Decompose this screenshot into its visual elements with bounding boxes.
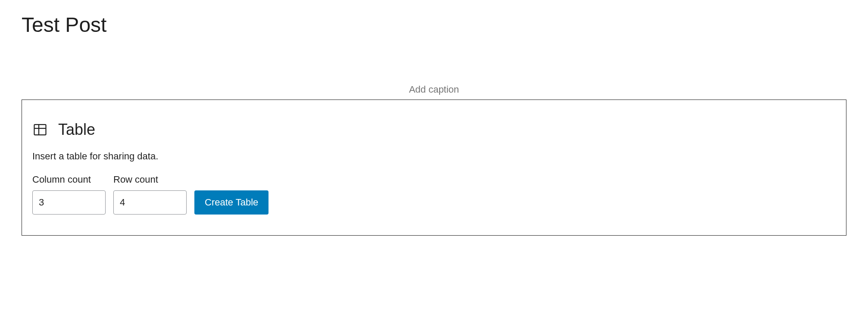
row-count-label: Row count: [113, 174, 187, 185]
column-count-label: Column count: [32, 174, 106, 185]
table-form-row: Column count Row count Create Table: [32, 174, 836, 215]
row-count-field: Row count: [113, 174, 187, 215]
column-count-input[interactable]: [32, 190, 106, 215]
caption-placeholder[interactable]: Add caption: [22, 84, 846, 95]
column-count-field: Column count: [32, 174, 106, 215]
block-description: Insert a table for sharing data.: [32, 151, 836, 162]
post-title[interactable]: Test Post: [22, 13, 846, 37]
block-header: Table: [32, 121, 836, 139]
create-table-button[interactable]: Create Table: [194, 190, 269, 215]
svg-rect-0: [34, 124, 46, 135]
block-title: Table: [58, 121, 95, 139]
table-block-placeholder: Table Insert a table for sharing data. C…: [22, 100, 846, 236]
table-icon: [32, 122, 48, 137]
row-count-input[interactable]: [113, 190, 187, 215]
